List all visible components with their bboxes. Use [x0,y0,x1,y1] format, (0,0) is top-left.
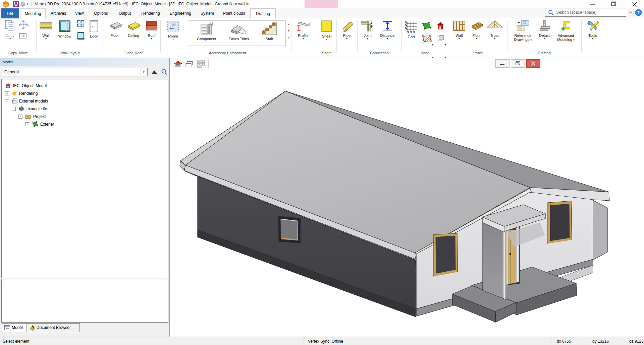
tab-rendering[interactable]: Rendering [137,8,164,18]
component-button[interactable]: Component [192,21,222,41]
tools-button[interactable]: Tools▾ [584,20,601,40]
floor-button[interactable]: Floor [107,20,123,38]
expander-minus[interactable]: - [12,107,16,111]
viewport-minimize-button[interactable] [495,59,509,68]
collapse-ribbon-icon[interactable] [628,11,633,14]
save-icon[interactable] [13,1,19,7]
tab-drafting[interactable]: Drafting [250,8,276,18]
tree-item-rendering[interactable]: + Rendering [2,90,166,97]
details-button[interactable]: Details▾ [537,20,553,40]
expander-minus[interactable]: - [5,99,9,103]
window-grid-button[interactable] [76,20,85,28]
zone-polygon-icon [422,22,432,30]
eaves-trims-button[interactable]: Eaves Trims [224,21,253,41]
zone-building-button[interactable] [435,22,445,30]
model-tree[interactable]: IFC_Object_Model + Rendering - External … [1,79,168,278]
expander-plus[interactable]: + [5,91,9,95]
notification-bell-icon[interactable] [20,1,25,7]
copy-to-drawing-button[interactable] [18,32,28,40]
window-button[interactable]: Window [54,20,75,38]
tab-document-browser[interactable]: Document Browser [27,323,80,332]
copy-to-drawing-icon [19,32,28,39]
quick-access-customize-icon[interactable]: ▾ [27,2,29,6]
search-box[interactable] [545,8,626,17]
copy-button[interactable]: Copy▾ [3,20,17,40]
wall-icon [39,20,53,32]
roof-button[interactable]: Roof▾ [144,20,159,40]
window-front-right[interactable] [548,201,572,244]
combo-dropdown-icon[interactable]: ▾ [141,69,147,75]
wall-button[interactable]: Wall▾ [38,20,54,40]
tree-item-root[interactable]: IFC_Object_Model [2,82,166,89]
tab-system[interactable]: System [197,8,218,18]
zone-polygon-caret[interactable]: ▾ [432,43,433,46]
svg-text:BD: BD [4,3,7,6]
move-caret[interactable]: ▾ [28,24,29,27]
distance-button[interactable]: Distance▾ [377,20,398,40]
gallery-scroll[interactable]: ▲▼⇟ [286,21,291,41]
expander-plus[interactable]: + [25,122,29,126]
ceiling-button[interactable]: Ceiling [124,20,143,38]
tab-model[interactable]: Model [2,323,27,332]
search-icon [548,10,554,16]
tab-view[interactable]: View [71,8,88,18]
search-input[interactable] [556,9,623,16]
rear-wall-return [593,200,608,260]
window-side[interactable] [278,216,301,243]
title-bar: BD ▾ Vertex BD Pro 2024 / 30.0.9-beta (r… [0,0,644,8]
joint-button[interactable]: Joint▾ [360,20,376,40]
panel-wall-button[interactable]: Wall▾ [451,20,467,40]
tab-output[interactable]: Output [114,8,136,18]
sheet-button[interactable]: Sheet▾ [319,20,335,41]
viewport-3d[interactable] [170,58,644,337]
cascade-windows-icon[interactable] [185,60,194,68]
tree-item-example-ifc[interactable]: - example.ifc [2,105,166,113]
tile-windows-icon[interactable] [197,60,206,68]
tree-search-button[interactable] [161,69,168,77]
window-front-left[interactable] [434,233,458,277]
tab-engineering[interactable]: Engineering [166,8,195,18]
status-bar: Select element Vertex Sync: Offline dx 6… [0,337,644,345]
restore-button[interactable] [606,0,620,8]
pipe-button[interactable]: Pipe▾ [339,20,355,40]
tab-options[interactable]: Options [89,8,113,18]
tab-archives[interactable]: Archives [47,8,70,18]
collapse-tree-button[interactable] [151,69,158,76]
home-view-icon[interactable] [174,60,182,68]
zone-building-caret[interactable]: ▾ [445,43,446,46]
move-button[interactable] [17,20,29,30]
help-icon[interactable]: ? [635,9,642,16]
room-button[interactable]: A² Room▾ [164,20,182,41]
roof-icon [145,20,158,32]
group-label-copy-move: Copy, Move [0,51,36,55]
tree-item-exterier[interactable]: + Exteriér [2,121,166,128]
truss-button[interactable]: Truss▾ [486,20,503,40]
door-button[interactable]: Door [87,20,101,38]
zone-overlap-button[interactable] [435,34,445,43]
viewport-close-button[interactable] [526,59,540,68]
reference-drawings-button[interactable]: ReferenceDrawings ▾ [510,20,536,42]
stair-button[interactable]: Stair [255,21,283,41]
advanced-modeling-button[interactable]: AdvancedModeling ▾ [554,20,578,42]
grid-button[interactable]: Grid [404,20,419,39]
advanced-modeling-icon [559,20,573,32]
tab-point-clouds[interactable]: Point clouds [219,8,249,18]
tab-file[interactable]: File [1,8,19,18]
tree-item-projekt[interactable]: - Projekt [2,113,166,120]
profile-icon [295,20,311,32]
panel-floor-button[interactable]: Floor▾ [468,20,485,40]
minimize-button[interactable] [586,0,599,8]
project-folder-icon [25,114,31,119]
close-button[interactable] [628,0,641,8]
move-icon [18,20,28,30]
zone-hatched-button[interactable] [421,34,433,43]
expander-minus[interactable]: - [18,115,22,119]
divider [32,1,32,7]
profile-button[interactable]: Profile▾ [294,20,313,40]
filter-combobox[interactable]: General ▾ [2,68,148,76]
tab-modeling[interactable]: Modeling [20,8,46,18]
window-elevation-button[interactable] [76,32,85,41]
zone-polygon-button[interactable] [421,22,433,30]
viewport-restore-button[interactable] [511,59,525,68]
tree-item-external-models[interactable]: - External models [2,97,166,105]
